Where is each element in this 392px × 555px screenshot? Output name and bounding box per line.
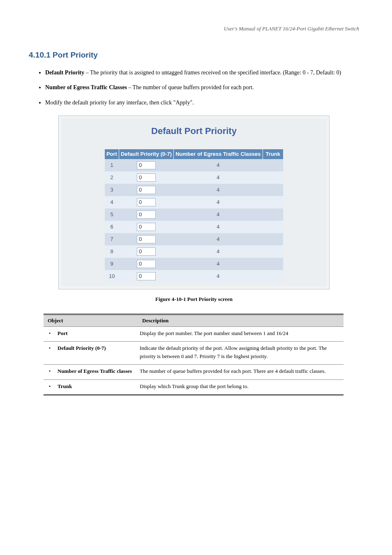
- bullet-instruction: Modify the default priority for any inte…: [45, 98, 359, 107]
- cell-egress-classes: 4: [174, 208, 263, 221]
- cell-port: 1: [105, 159, 119, 171]
- info-row: •PortDisplay the port number. The port n…: [44, 326, 344, 342]
- priority-input[interactable]: 0: [137, 272, 156, 280]
- info-row: •Default Priority (0-7)Indicate the defa…: [44, 342, 344, 365]
- cell-priority: 0: [119, 270, 173, 282]
- bullet-label: Number of Egress Traffic Classes: [45, 84, 127, 90]
- bullet-text: – The number of queue buffers provided f…: [127, 84, 254, 90]
- priority-input[interactable]: 0: [137, 247, 156, 256]
- figure-caption: Figure 4-10-1 Port Priority screen: [29, 295, 359, 303]
- cell-priority: 0: [119, 171, 173, 184]
- table-row: 204: [105, 171, 283, 184]
- priority-table: Port Default Priority (0-7) Number of Eg…: [105, 149, 283, 282]
- cell-egress-classes: 4: [174, 184, 263, 196]
- page-header: User's Manual of PLANET 16/24-Port Gigab…: [29, 25, 359, 33]
- info-header-row: Object Description: [44, 314, 344, 327]
- cell-trunk: [263, 258, 283, 270]
- cell-egress-classes: 4: [174, 270, 263, 282]
- info-object: Trunk: [56, 379, 138, 395]
- figure-title: Default Port Priority: [69, 124, 319, 138]
- bullet-egress-classes: Number of Egress Traffic Classes – The n…: [45, 83, 359, 92]
- cell-egress-classes: 4: [174, 159, 263, 171]
- info-table: Object Description •PortDisplay the port…: [44, 314, 344, 395]
- cell-trunk: [263, 208, 283, 221]
- info-description: The number of queue buffers provided for…: [138, 365, 344, 380]
- cell-port: 7: [105, 233, 119, 245]
- cell-egress-classes: 4: [174, 258, 263, 270]
- priority-input[interactable]: 0: [137, 198, 156, 206]
- cell-trunk: [263, 221, 283, 233]
- cell-port: 9: [105, 258, 119, 270]
- info-header-object: Object: [44, 314, 138, 327]
- cell-priority: 0: [119, 258, 173, 270]
- cell-trunk: [263, 159, 283, 171]
- header-priority: Default Priority (0-7): [119, 149, 173, 159]
- section-title: 4.10.1 Port Priority: [29, 49, 359, 61]
- cell-egress-classes: 4: [174, 233, 263, 245]
- table-header-row: Port Default Priority (0-7) Number of Eg…: [105, 149, 283, 159]
- cell-priority: 0: [119, 245, 173, 258]
- bullet-icon: •: [44, 365, 56, 380]
- info-object: Default Priority (0-7): [56, 342, 138, 365]
- bullet-default-priority: Default Priority – The priority that is …: [45, 68, 359, 77]
- cell-priority: 0: [119, 221, 173, 233]
- cell-port: 4: [105, 196, 119, 208]
- table-row: 804: [105, 245, 283, 258]
- info-row: •TrunkDisplay which Trunk group that the…: [44, 379, 344, 395]
- header-trunk: Trunk: [263, 149, 283, 159]
- cell-priority: 0: [119, 233, 173, 245]
- cell-port: 2: [105, 171, 119, 184]
- cell-trunk: [263, 196, 283, 208]
- cell-egress-classes: 4: [174, 196, 263, 208]
- bullet-icon: •: [44, 326, 56, 342]
- priority-input[interactable]: 0: [137, 235, 156, 243]
- cell-priority: 0: [119, 208, 173, 221]
- cell-port: 8: [105, 245, 119, 258]
- bullet-text: Modify the default priority for any inte…: [45, 99, 194, 106]
- table-row: 904: [105, 258, 283, 270]
- cell-trunk: [263, 245, 283, 258]
- cell-egress-classes: 4: [174, 221, 263, 233]
- info-object: Number of Egress Traffic classes: [56, 365, 138, 380]
- info-description: Display the port number. The port number…: [138, 326, 344, 342]
- cell-port: 10: [105, 270, 119, 282]
- priority-input[interactable]: 0: [137, 260, 156, 268]
- cell-priority: 0: [119, 184, 173, 196]
- info-row: •Number of Egress Traffic classesThe num…: [44, 365, 344, 380]
- table-row: 504: [105, 208, 283, 221]
- cell-trunk: [263, 184, 283, 196]
- figure-inner: Default Port Priority Port Default Prior…: [61, 118, 327, 287]
- bullet-icon: •: [44, 342, 56, 365]
- field-bullets: Default Priority – The priority that is …: [45, 68, 359, 107]
- cell-priority: 0: [119, 196, 173, 208]
- figure-frame: Default Port Priority Port Default Prior…: [58, 116, 330, 289]
- bullet-label: Default Priority: [45, 69, 84, 76]
- info-header-description: Description: [138, 314, 344, 327]
- table-row: 104: [105, 159, 283, 171]
- cell-port: 6: [105, 221, 119, 233]
- table-row: 304: [105, 184, 283, 196]
- cell-trunk: [263, 233, 283, 245]
- priority-input[interactable]: 0: [137, 173, 156, 182]
- bullet-text: – The priority that is assigned to untag…: [84, 69, 341, 76]
- table-row: 604: [105, 221, 283, 233]
- priority-input[interactable]: 0: [137, 210, 156, 219]
- cell-egress-classes: 4: [174, 245, 263, 258]
- table-row: 404: [105, 196, 283, 208]
- priority-input[interactable]: 0: [137, 223, 156, 231]
- cell-priority: 0: [119, 159, 173, 171]
- cell-trunk: [263, 270, 283, 282]
- priority-input[interactable]: 0: [137, 186, 156, 194]
- table-row: 704: [105, 233, 283, 245]
- priority-input[interactable]: 0: [137, 161, 156, 169]
- cell-port: 3: [105, 184, 119, 196]
- info-object: Port: [56, 326, 138, 342]
- bullet-icon: •: [44, 379, 56, 395]
- cell-trunk: [263, 171, 283, 184]
- info-description: Display which Trunk group that the port …: [138, 379, 344, 395]
- header-egress: Number of Egress Traffic Classes: [174, 149, 263, 159]
- cell-egress-classes: 4: [174, 171, 263, 184]
- cell-port: 5: [105, 208, 119, 221]
- header-port: Port: [105, 149, 119, 159]
- info-description: Indicate the default priority of the por…: [138, 342, 344, 365]
